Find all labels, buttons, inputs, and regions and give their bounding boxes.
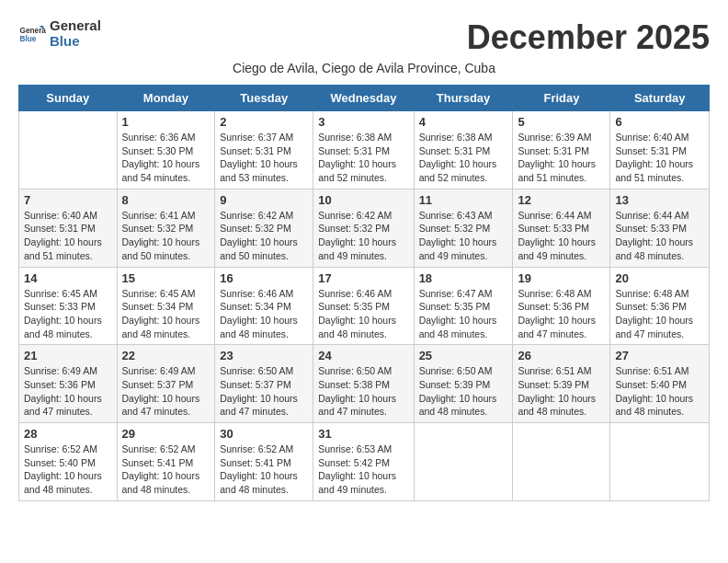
weekday-tuesday: Tuesday: [215, 86, 313, 111]
calendar-cell: 23Sunrise: 6:50 AM Sunset: 5:37 PM Dayli…: [215, 345, 313, 423]
calendar-cell: 31Sunrise: 6:53 AM Sunset: 5:42 PM Dayli…: [313, 423, 414, 501]
calendar-week-2: 7Sunrise: 6:40 AM Sunset: 5:31 PM Daylig…: [19, 189, 710, 267]
logo-blue: Blue: [50, 34, 101, 50]
day-number: 12: [518, 193, 605, 207]
day-number: 6: [615, 115, 704, 129]
calendar-cell: 26Sunrise: 6:51 AM Sunset: 5:39 PM Dayli…: [513, 345, 610, 423]
calendar-week-4: 21Sunrise: 6:49 AM Sunset: 5:36 PM Dayli…: [19, 345, 710, 423]
day-number: 19: [518, 271, 605, 285]
calendar-cell: [610, 423, 710, 501]
calendar-cell: 22Sunrise: 6:49 AM Sunset: 5:37 PM Dayli…: [117, 345, 215, 423]
day-info: Sunrise: 6:38 AM Sunset: 5:31 PM Dayligh…: [419, 131, 508, 185]
calendar-cell: 13Sunrise: 6:44 AM Sunset: 5:33 PM Dayli…: [610, 189, 710, 267]
day-number: 26: [518, 349, 605, 362]
logo-icon: General Blue: [18, 20, 46, 48]
calendar-table: SundayMondayTuesdayWednesdayThursdayFrid…: [18, 85, 710, 501]
calendar-cell: 25Sunrise: 6:50 AM Sunset: 5:39 PM Dayli…: [414, 345, 513, 423]
day-number: 22: [122, 349, 210, 362]
calendar-cell: 16Sunrise: 6:46 AM Sunset: 5:34 PM Dayli…: [215, 267, 313, 345]
calendar-cell: 30Sunrise: 6:52 AM Sunset: 5:41 PM Dayli…: [215, 423, 313, 501]
day-number: 17: [318, 271, 408, 285]
calendar-cell: 9Sunrise: 6:42 AM Sunset: 5:32 PM Daylig…: [215, 189, 313, 267]
day-info: Sunrise: 6:50 AM Sunset: 5:38 PM Dayligh…: [318, 364, 408, 419]
calendar-cell: 18Sunrise: 6:47 AM Sunset: 5:35 PM Dayli…: [414, 267, 513, 345]
day-number: 27: [615, 349, 704, 362]
day-info: Sunrise: 6:51 AM Sunset: 5:40 PM Dayligh…: [615, 364, 704, 419]
logo: General Blue General Blue: [18, 18, 101, 49]
day-info: Sunrise: 6:40 AM Sunset: 5:31 PM Dayligh…: [615, 131, 704, 185]
day-info: Sunrise: 6:48 AM Sunset: 5:36 PM Dayligh…: [518, 287, 605, 341]
weekday-saturday: Saturday: [610, 86, 710, 111]
day-info: Sunrise: 6:49 AM Sunset: 5:36 PM Dayligh…: [24, 364, 112, 419]
day-number: 25: [419, 349, 508, 362]
calendar-week-1: 1Sunrise: 6:36 AM Sunset: 5:30 PM Daylig…: [19, 111, 710, 190]
calendar-cell: [513, 423, 610, 501]
calendar-cell: [19, 111, 118, 190]
calendar-cell: 5Sunrise: 6:39 AM Sunset: 5:31 PM Daylig…: [513, 111, 610, 190]
weekday-thursday: Thursday: [414, 86, 513, 111]
day-info: Sunrise: 6:50 AM Sunset: 5:37 PM Dayligh…: [220, 364, 308, 419]
page-header: General Blue General Blue December 2025: [18, 18, 710, 57]
day-info: Sunrise: 6:43 AM Sunset: 5:32 PM Dayligh…: [419, 209, 508, 263]
calendar-cell: 7Sunrise: 6:40 AM Sunset: 5:31 PM Daylig…: [19, 189, 118, 267]
day-info: Sunrise: 6:52 AM Sunset: 5:41 PM Dayligh…: [122, 442, 210, 497]
day-number: 11: [419, 193, 508, 207]
day-info: Sunrise: 6:44 AM Sunset: 5:33 PM Dayligh…: [518, 209, 605, 263]
day-info: Sunrise: 6:49 AM Sunset: 5:37 PM Dayligh…: [122, 364, 210, 419]
logo-general: General: [50, 18, 101, 34]
day-info: Sunrise: 6:39 AM Sunset: 5:31 PM Dayligh…: [518, 131, 605, 185]
calendar-cell: 17Sunrise: 6:46 AM Sunset: 5:35 PM Dayli…: [313, 267, 414, 345]
calendar-cell: 21Sunrise: 6:49 AM Sunset: 5:36 PM Dayli…: [19, 345, 118, 423]
day-number: 2: [220, 115, 308, 129]
calendar-subtitle: Ciego de Avila, Ciego de Avila Province,…: [18, 61, 710, 75]
day-number: 24: [318, 349, 408, 362]
day-number: 29: [122, 427, 210, 441]
day-info: Sunrise: 6:46 AM Sunset: 5:35 PM Dayligh…: [318, 287, 408, 341]
calendar-cell: 28Sunrise: 6:52 AM Sunset: 5:40 PM Dayli…: [19, 423, 118, 501]
calendar-cell: 6Sunrise: 6:40 AM Sunset: 5:31 PM Daylig…: [610, 111, 710, 190]
day-number: 18: [419, 271, 508, 285]
svg-text:Blue: Blue: [20, 34, 37, 42]
day-info: Sunrise: 6:45 AM Sunset: 5:33 PM Dayligh…: [24, 287, 112, 341]
day-info: Sunrise: 6:46 AM Sunset: 5:34 PM Dayligh…: [220, 287, 308, 341]
calendar-cell: 10Sunrise: 6:42 AM Sunset: 5:32 PM Dayli…: [313, 189, 414, 267]
day-number: 8: [122, 193, 210, 207]
day-info: Sunrise: 6:52 AM Sunset: 5:41 PM Dayligh…: [220, 442, 308, 497]
calendar-cell: 24Sunrise: 6:50 AM Sunset: 5:38 PM Dayli…: [313, 345, 414, 423]
day-number: 1: [122, 115, 210, 129]
weekday-header-row: SundayMondayTuesdayWednesdayThursdayFrid…: [19, 86, 710, 111]
day-number: 14: [24, 271, 112, 285]
day-info: Sunrise: 6:40 AM Sunset: 5:31 PM Dayligh…: [24, 209, 112, 263]
day-number: 31: [318, 427, 408, 441]
day-number: 15: [122, 271, 210, 285]
calendar-cell: 1Sunrise: 6:36 AM Sunset: 5:30 PM Daylig…: [117, 111, 215, 190]
day-number: 28: [24, 427, 112, 441]
day-info: Sunrise: 6:38 AM Sunset: 5:31 PM Dayligh…: [318, 131, 408, 185]
calendar-cell: 29Sunrise: 6:52 AM Sunset: 5:41 PM Dayli…: [117, 423, 215, 501]
day-number: 9: [220, 193, 308, 207]
day-number: 23: [220, 349, 308, 362]
weekday-friday: Friday: [513, 86, 610, 111]
day-info: Sunrise: 6:50 AM Sunset: 5:39 PM Dayligh…: [419, 364, 508, 419]
day-info: Sunrise: 6:48 AM Sunset: 5:36 PM Dayligh…: [615, 287, 704, 341]
day-info: Sunrise: 6:42 AM Sunset: 5:32 PM Dayligh…: [318, 209, 408, 263]
calendar-body: 1Sunrise: 6:36 AM Sunset: 5:30 PM Daylig…: [19, 111, 710, 501]
day-number: 21: [24, 349, 112, 362]
day-number: 3: [318, 115, 408, 129]
calendar-cell: 12Sunrise: 6:44 AM Sunset: 5:33 PM Dayli…: [513, 189, 610, 267]
day-number: 4: [419, 115, 508, 129]
calendar-cell: 27Sunrise: 6:51 AM Sunset: 5:40 PM Dayli…: [610, 345, 710, 423]
day-number: 20: [615, 271, 704, 285]
calendar-cell: 11Sunrise: 6:43 AM Sunset: 5:32 PM Dayli…: [414, 189, 513, 267]
day-info: Sunrise: 6:37 AM Sunset: 5:31 PM Dayligh…: [220, 131, 308, 185]
calendar-title: December 2025: [467, 18, 710, 57]
weekday-sunday: Sunday: [19, 86, 118, 111]
day-number: 13: [615, 193, 704, 207]
day-number: 30: [220, 427, 308, 441]
day-info: Sunrise: 6:53 AM Sunset: 5:42 PM Dayligh…: [318, 442, 408, 497]
day-info: Sunrise: 6:51 AM Sunset: 5:39 PM Dayligh…: [518, 364, 605, 419]
day-info: Sunrise: 6:36 AM Sunset: 5:30 PM Dayligh…: [122, 131, 210, 185]
calendar-cell: 2Sunrise: 6:37 AM Sunset: 5:31 PM Daylig…: [215, 111, 313, 190]
day-info: Sunrise: 6:42 AM Sunset: 5:32 PM Dayligh…: [220, 209, 308, 263]
calendar-cell: 14Sunrise: 6:45 AM Sunset: 5:33 PM Dayli…: [19, 267, 118, 345]
